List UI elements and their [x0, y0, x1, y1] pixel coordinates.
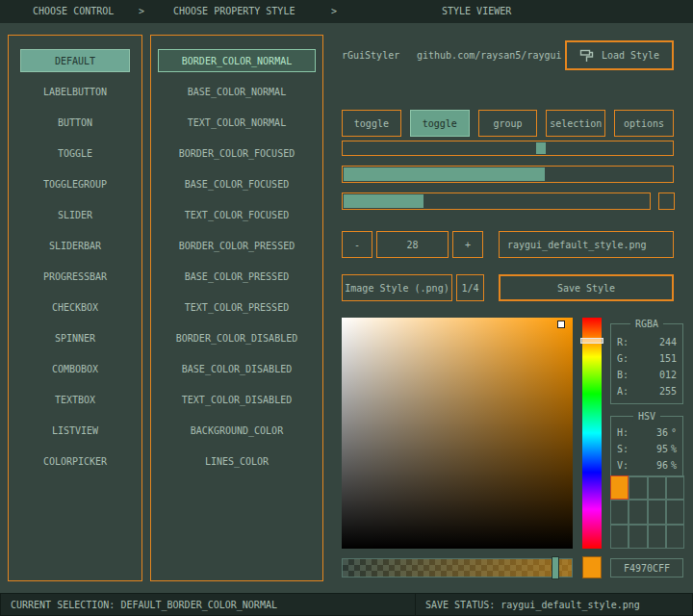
hsv-row-h: H: 36 °: [611, 424, 682, 441]
hsv-s-label: S:: [617, 444, 629, 454]
palette-swatch[interactable]: [610, 525, 629, 549]
hsv-row-s: S: 95 %: [611, 441, 682, 457]
control-item-spinner[interactable]: SPINNER: [9, 322, 141, 353]
status-current-selection: CURRENT SELECTION: DEFAULT_BORDER_COLOR_…: [0, 593, 416, 616]
value-bar-fill: [344, 194, 424, 208]
property-item-base-color-focused[interactable]: BASE_COLOR_FOCUSED: [151, 168, 322, 199]
property-item-border-color-normal[interactable]: BORDER_COLOR_NORMAL: [158, 49, 316, 72]
palette-swatch[interactable]: [648, 475, 666, 500]
control-item-toggle[interactable]: TOGGLE: [9, 138, 141, 168]
toggle-button-4[interactable]: options: [614, 110, 674, 137]
hue-slider-handle[interactable]: [580, 338, 603, 344]
control-item-combobox[interactable]: COMBOBOX: [9, 353, 141, 384]
palette-swatch[interactable]: [666, 525, 684, 549]
control-item-slider[interactable]: SLIDER: [9, 199, 141, 230]
property-item-text-color-focused[interactable]: TEXT_COLOR_FOCUSED: [151, 199, 322, 230]
demo-slider-bar[interactable]: [342, 192, 651, 210]
hsv-s-unit: %: [671, 444, 677, 454]
property-item-base-color-pressed[interactable]: BASE_COLOR_PRESSED: [151, 261, 322, 292]
demo-checkbox[interactable]: [658, 192, 675, 210]
slider-handle[interactable]: [536, 142, 546, 154]
repo-link[interactable]: github.com/raysan5/raygui: [417, 50, 562, 61]
load-style-label: Load Style: [602, 50, 659, 61]
load-style-button[interactable]: Load Style: [565, 40, 674, 70]
control-item-labelbutton[interactable]: LABELBUTTON: [9, 76, 141, 107]
rgba-group: RGBA R: 244 G: 151 B: 012 A: 255: [610, 323, 683, 404]
image-style-button[interactable]: Image Style (.png): [342, 274, 452, 301]
palette-swatch[interactable]: [629, 475, 647, 500]
ratio-toggle[interactable]: 1/4: [456, 274, 484, 301]
property-item-text-color-disabled[interactable]: TEXT_COLOR_DISABLED: [151, 384, 322, 415]
toggle-button-0[interactable]: toggle: [342, 110, 401, 137]
paint-roller-icon: [579, 48, 595, 64]
header-bar: CHOOSE CONTROL > CHOOSE PROPERTY STYLE >…: [0, 0, 693, 23]
current-color-swatch: [582, 556, 602, 578]
palette-swatch[interactable]: [648, 525, 666, 549]
alpha-gradient: [343, 559, 572, 577]
alpha-slider[interactable]: [342, 558, 573, 578]
color-palette-grid: [610, 475, 684, 549]
properties-list-panel: BORDER_COLOR_NORMAL BASE_COLOR_NORMAL TE…: [150, 35, 323, 581]
control-item-listview[interactable]: LISTVIEW: [9, 415, 141, 446]
rgba-g-label: G:: [617, 353, 629, 364]
property-item-background-color[interactable]: BACKGROUND_COLOR: [151, 415, 322, 446]
style-filename-input[interactable]: raygui_default_style.png: [499, 231, 674, 258]
control-item-checkbox[interactable]: CHECKBOX: [9, 292, 141, 322]
hex-value-box[interactable]: F4970CFF: [610, 558, 683, 578]
control-item-progressbar[interactable]: PROGRESSBAR: [9, 261, 141, 292]
hsv-s-value: 95: [656, 444, 668, 454]
palette-swatch[interactable]: [666, 475, 684, 500]
progressbar-fill: [344, 167, 545, 181]
palette-swatch[interactable]: [648, 500, 666, 524]
rgba-a-value: 255: [659, 386, 677, 397]
palette-swatch[interactable]: [629, 525, 647, 549]
hsv-v-value: 96: [656, 460, 668, 471]
control-item-button[interactable]: BUTTON: [9, 107, 141, 138]
control-item-textbox[interactable]: TEXTBOX: [9, 384, 141, 415]
property-item-lines-color[interactable]: LINES_COLOR: [151, 446, 322, 476]
palette-swatch-selected[interactable]: [610, 475, 629, 500]
hue-slider[interactable]: [582, 318, 602, 549]
control-item-sliderbar[interactable]: SLIDERBAR: [9, 230, 141, 261]
property-item-text-color-pressed[interactable]: TEXT_COLOR_PRESSED: [151, 292, 322, 322]
palette-swatch[interactable]: [666, 500, 684, 524]
color-picker-panel[interactable]: [342, 318, 573, 549]
rgba-a-label: A:: [617, 386, 629, 397]
control-item-togglegroup[interactable]: TOGGLEGROUP: [9, 168, 141, 199]
controls-list-panel: DEFAULT LABELBUTTON BUTTON TOGGLE TOGGLE…: [8, 35, 142, 581]
hsv-h-label: H:: [617, 427, 629, 438]
spinner-plus-button[interactable]: +: [452, 231, 483, 258]
toggle-button-3[interactable]: selection: [546, 110, 605, 137]
hsv-row-v: V: 96 %: [611, 457, 682, 474]
rgba-row-g: G: 151: [611, 350, 682, 367]
demo-slider[interactable]: [342, 141, 674, 156]
rgba-b-label: B:: [617, 370, 629, 380]
property-item-base-color-normal[interactable]: BASE_COLOR_NORMAL: [151, 76, 322, 107]
control-item-colorpicker[interactable]: COLORPICKER: [9, 446, 141, 476]
header-style-viewer: STYLE VIEWER: [442, 0, 511, 23]
property-item-border-color-pressed[interactable]: BORDER_COLOR_PRESSED: [151, 230, 322, 261]
rgba-r-value: 244: [659, 337, 677, 347]
control-item-default[interactable]: DEFAULT: [20, 49, 130, 72]
hsv-h-unit: °: [671, 427, 677, 438]
property-item-border-color-focused[interactable]: BORDER_COLOR_FOCUSED: [151, 138, 322, 168]
toggle-button-1[interactable]: toggle: [410, 110, 470, 137]
property-item-border-color-disabled[interactable]: BORDER_COLOR_DISABLED: [151, 322, 322, 353]
status-bar: CURRENT SELECTION: DEFAULT_BORDER_COLOR_…: [0, 593, 693, 616]
rgba-group-title: RGBA: [630, 319, 663, 329]
alpha-slider-handle[interactable]: [552, 556, 559, 579]
property-item-text-color-normal[interactable]: TEXT_COLOR_NORMAL: [151, 107, 322, 138]
property-item-base-color-disabled[interactable]: BASE_COLOR_DISABLED: [151, 353, 322, 384]
demo-progressbar: [342, 166, 674, 183]
spinner-value-box[interactable]: 28: [376, 231, 449, 258]
save-style-button[interactable]: Save Style: [499, 274, 674, 301]
rgba-row-b: B: 012: [611, 367, 682, 383]
palette-swatch[interactable]: [629, 500, 647, 524]
color-picker-cursor[interactable]: [557, 321, 565, 328]
spinner-minus-button[interactable]: -: [342, 231, 372, 258]
palette-swatch[interactable]: [610, 500, 629, 524]
rgba-row-r: R: 244: [611, 334, 682, 350]
status-save-status: SAVE STATUS: raygui_default_style.png: [416, 593, 693, 616]
rgba-row-a: A: 255: [611, 383, 682, 399]
toggle-button-2[interactable]: group: [478, 110, 538, 137]
